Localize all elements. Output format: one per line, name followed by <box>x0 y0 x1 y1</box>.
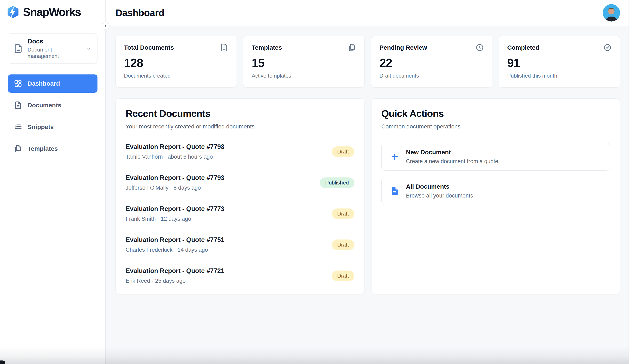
document-meta: Erik Reed · 25 days ago <box>126 278 224 284</box>
scrollbar-track <box>628 0 630 364</box>
recent-documents-title: Recent Documents <box>126 108 354 119</box>
sidebar-item-snippets[interactable]: Snippets <box>8 118 98 136</box>
sidebar-item-label: Documents <box>28 102 61 109</box>
workspace-description: Document management <box>28 46 81 59</box>
stat-card-pending-review: Pending Review 22 Draft documents <box>371 36 492 87</box>
sidebar-item-dashboard[interactable]: Dashboard <box>8 74 98 93</box>
stat-value: 128 <box>124 57 228 69</box>
pages-icon <box>14 145 22 153</box>
file-filled-icon <box>390 186 400 196</box>
sidebar-item-label: Snippets <box>28 123 54 130</box>
workspace-name: Docs <box>28 38 81 45</box>
sidebar-item-templates[interactable]: Templates <box>8 140 98 158</box>
status-badge: Published <box>320 177 354 188</box>
avatar[interactable] <box>603 4 620 21</box>
sidebar-item-documents[interactable]: Documents <box>8 96 98 114</box>
stat-label: Templates <box>252 44 282 51</box>
file-text-icon <box>220 43 228 52</box>
status-badge: Draft <box>332 146 354 157</box>
status-badge: Draft <box>332 271 354 281</box>
quick-action-subtitle: Create a new document from a quote <box>406 158 498 165</box>
document-meta: Tamie Vanhorn · about 6 hours ago <box>126 154 224 160</box>
stat-caption: Published this month <box>507 73 612 79</box>
page-title: Dashboard <box>116 7 164 18</box>
sidebar-nav: Dashboard Documents Snippets Templates <box>8 74 98 158</box>
stat-label: Pending Review <box>380 44 427 51</box>
chevron-down-icon <box>86 45 92 52</box>
dashboard-content: Total Documents 128 Documents created Te… <box>106 26 630 364</box>
workspace-switcher[interactable]: Docs Document management <box>8 33 98 64</box>
stat-card-total-documents: Total Documents 128 Documents created <box>116 36 237 87</box>
file-text-icon <box>14 101 22 109</box>
document-list-item[interactable]: Evaluation Report - Quote #7798 Tamie Va… <box>126 143 354 160</box>
document-title: Evaluation Report - Quote #7751 <box>126 236 224 244</box>
quick-action-new-document[interactable]: New Document Create a new document from … <box>382 143 610 171</box>
brand-name: SnapWorks <box>23 5 81 19</box>
stat-value: 15 <box>252 57 356 69</box>
pages-icon <box>348 43 356 52</box>
document-list-item[interactable]: Evaluation Report - Quote #7793 Jefferso… <box>126 174 354 191</box>
stat-value: 22 <box>380 57 484 69</box>
sidebar-item-label: Dashboard <box>28 80 60 87</box>
document-title: Evaluation Report - Quote #7773 <box>126 205 224 213</box>
main-area: Dashboard Total Documents <box>106 0 630 364</box>
stat-label: Completed <box>507 44 539 51</box>
stat-caption: Draft documents <box>380 73 484 79</box>
quick-action-title: New Document <box>406 149 498 156</box>
sidebar-item-label: Templates <box>28 145 58 152</box>
document-meta: Charles Frederkick · 14 days ago <box>126 247 224 253</box>
stat-label: Total Documents <box>124 44 174 51</box>
dashboard-columns: Recent Documents Your most recently crea… <box>116 98 620 294</box>
snippets-icon <box>14 123 22 131</box>
recent-documents-subtitle: Your most recently created or modified d… <box>126 123 354 130</box>
plus-icon <box>390 152 400 162</box>
document-meta: Jefferson O'Mally · 8 days ago <box>126 185 224 191</box>
quick-actions-panel: Quick Actions Common document operations… <box>371 98 620 294</box>
dashboard-icon <box>14 79 22 88</box>
sidebar: SnapWorks Docs Document management Dashb… <box>0 0 106 364</box>
quick-actions-list: New Document Create a new document from … <box>382 143 610 205</box>
document-title: Evaluation Report - Quote #7798 <box>126 143 224 151</box>
quick-actions-title: Quick Actions <box>382 108 610 119</box>
quick-actions-subtitle: Common document operations <box>382 123 610 130</box>
document-list-item[interactable]: Evaluation Report - Quote #7751 Charles … <box>126 236 354 253</box>
document-title: Evaluation Report - Quote #7793 <box>126 174 224 182</box>
stat-caption: Active templates <box>252 73 356 79</box>
logo-icon <box>7 5 19 19</box>
quick-action-all-documents[interactable]: All Documents Browse all your documents <box>382 177 610 205</box>
document-meta: Frank Smith · 12 days ago <box>126 216 224 222</box>
document-list-item[interactable]: Evaluation Report - Quote #7773 Frank Sm… <box>126 205 354 222</box>
stat-card-templates: Templates 15 Active templates <box>243 36 364 87</box>
check-circle-icon <box>603 43 612 52</box>
document-list-item[interactable]: Evaluation Report - Quote #7721 Erik Ree… <box>126 267 354 284</box>
stat-card-completed: Completed 91 Published this month <box>499 36 620 87</box>
stats-row: Total Documents 128 Documents created Te… <box>116 36 620 87</box>
chevron-left-icon <box>104 24 108 28</box>
status-badge: Draft <box>332 208 354 219</box>
stat-value: 91 <box>507 57 612 69</box>
stat-caption: Documents created <box>124 73 228 79</box>
sidebar-collapse-button[interactable] <box>102 22 110 30</box>
quick-action-title: All Documents <box>406 183 473 190</box>
app-logo: SnapWorks <box>0 0 105 24</box>
document-icon <box>14 44 23 53</box>
status-badge: Draft <box>332 240 354 250</box>
topbar: Dashboard <box>106 0 630 26</box>
clock-icon <box>476 43 484 52</box>
recent-documents-panel: Recent Documents Your most recently crea… <box>116 98 364 294</box>
document-title: Evaluation Report - Quote #7721 <box>126 267 224 275</box>
quick-action-subtitle: Browse all your documents <box>406 193 473 199</box>
document-list: Evaluation Report - Quote #7798 Tamie Va… <box>126 143 354 284</box>
